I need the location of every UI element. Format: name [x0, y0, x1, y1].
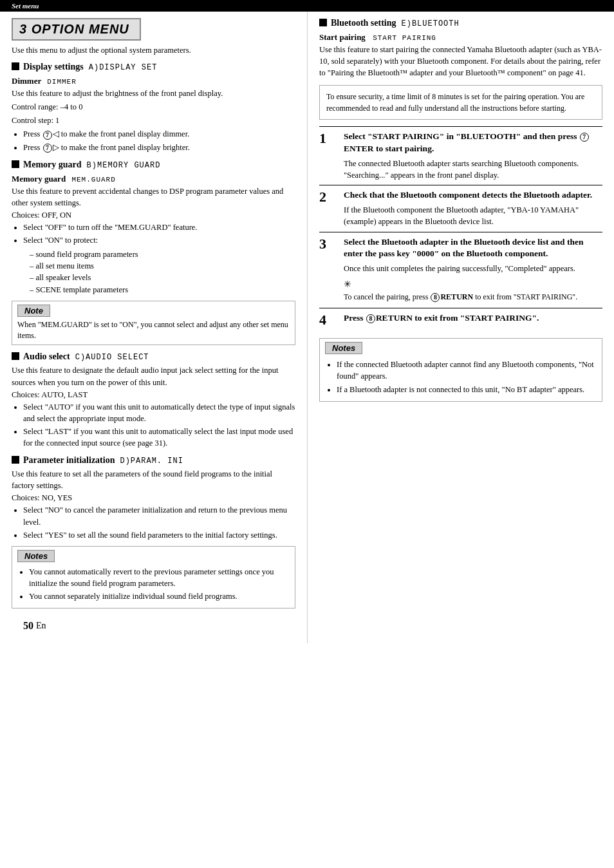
step-2-content: Check that the Bluetooth component detec…: [344, 189, 602, 227]
audio-select-heading: Audio select C)AUDIO SELECT: [12, 352, 295, 362]
param-init-notes: Notes You cannot automatically revert to…: [12, 546, 295, 609]
bluetooth-label: Bluetooth setting: [331, 18, 396, 28]
memory-guard-choices: Choices: OFF, ON: [12, 211, 295, 220]
list-item: Select "ON" to protect:: [23, 234, 295, 246]
list-item: all set menu items: [30, 260, 295, 272]
bullet-icon: [12, 62, 19, 70]
list-item: If the connected Bluetooth adapter canno…: [337, 359, 597, 382]
bullet-icon: [12, 352, 19, 360]
step-3-cancel: To cancel the pairing, press 8RETURN to …: [344, 292, 602, 303]
audio-select-label: Audio select: [23, 352, 70, 362]
list-item: Press 7▷ to make the front panel display…: [23, 142, 295, 153]
list-item: Select "NO" to cancel the parameter init…: [23, 504, 295, 527]
section-title: 3 OPTION MENU: [19, 22, 129, 36]
memory-guard-body: Use this feature to prevent accidental c…: [12, 185, 295, 209]
memory-guard-code: B)MEMORY GUARD: [87, 161, 161, 170]
list-item: You cannot separately initialize individ…: [29, 590, 290, 602]
dimmer-bullets: Press 7◁ to make the front panel display…: [23, 128, 295, 153]
circle-8: 8: [431, 293, 440, 302]
circle-8b: 8: [366, 314, 375, 323]
display-settings-label: Display settings: [23, 62, 84, 72]
bluetooth-heading: Bluetooth setting E)BLUETOOTH: [319, 18, 602, 28]
step-4: 4 Press 8RETURN to exit from "START PAIR…: [319, 308, 602, 332]
list-item: sound field program parameters: [30, 249, 295, 260]
step-2-title: Check that the Bluetooth component detec…: [344, 189, 602, 202]
dimmer-step: Control step: 1: [12, 115, 295, 126]
step-3: 3 Select the Bluetooth adapter in the Bl…: [319, 232, 602, 308]
banner-text: Set menu: [12, 2, 39, 10]
page-en: En: [36, 621, 46, 631]
right-column: Bluetooth setting E)BLUETOOTH Start pair…: [308, 12, 614, 643]
audio-select-code: C)AUDIO SELECT: [75, 353, 149, 362]
list-item: Select "YES" to set all the sound field …: [23, 529, 295, 541]
memory-guard-bullets: Select "OFF" to turn off the "MEM.GUARD"…: [23, 222, 295, 246]
audio-select-bullets: Select "AUTO" if you want this unit to a…: [23, 401, 295, 449]
notes-label: Notes: [325, 342, 362, 354]
step-number-1: 1: [319, 131, 339, 146]
circle-7: 7: [43, 131, 52, 140]
param-init-code: D)PARAM. INI: [120, 457, 183, 466]
step-number-4: 4: [319, 312, 339, 328]
bullet-icon: [319, 19, 327, 26]
page-footer: 50 En: [12, 615, 295, 637]
circle-7: 7: [580, 133, 589, 142]
left-column: 3 OPTION MENU Display settings Use this …: [0, 12, 308, 643]
bullet-icon: [12, 456, 19, 464]
notes-label: Notes: [17, 550, 55, 562]
list-item: Select "LAST" if you want this unit to a…: [23, 426, 295, 449]
list-item: Select "OFF" to turn off the "MEM.GUARD"…: [23, 222, 295, 233]
memory-guard-note: Note When "MEM.GUARD" is set to "ON", yo…: [12, 301, 295, 346]
step-3-sub: ✳: [344, 278, 602, 291]
start-pairing-body: Use this feature to start pairing the co…: [319, 44, 602, 79]
step-1-title: Select "START PAIRING" in "BLUETOOTH" an…: [344, 131, 602, 155]
step-number-2: 2: [319, 189, 339, 205]
bluetooth-code: E)BLUETOOTH: [402, 19, 460, 28]
page: Set menu 3 OPTION MENU Display settings …: [0, 0, 614, 868]
step-2-body: If the Bluetooth component the Bluetooth…: [344, 204, 602, 227]
list-item: all speaker levels: [30, 272, 295, 283]
bullet-icon: [12, 160, 19, 168]
memory-guard-heading: Memory guard B)MEMORY GUARD: [12, 160, 295, 170]
param-init-bullets: Select "NO" to cancel the parameter init…: [23, 504, 295, 540]
dimmer-range: Control range: –4 to 0: [12, 101, 295, 113]
bluetooth-notes: Notes If the connected Bluetooth adapter…: [319, 338, 602, 401]
intro-paragraph: Use this menu to adjust the optional sys…: [12, 46, 295, 55]
step-1-content: Select "START PAIRING" in "BLUETOOTH" an…: [344, 131, 602, 181]
step-1: 1 Select "START PAIRING" in "BLUETOOTH" …: [319, 126, 602, 185]
info-text: To ensure security, a time limit of 8 mi…: [326, 92, 584, 113]
circle-7b: 7: [43, 144, 52, 153]
bluetooth-notes-list: If the connected Bluetooth adapter canno…: [337, 359, 597, 395]
step-3-body: Once this unit completes the pairing suc…: [344, 263, 602, 274]
display-settings-heading: Display settings A)DISPLAY SET: [12, 62, 295, 72]
param-init-choices: Choices: NO, YES: [12, 493, 295, 503]
page-number: 50: [23, 620, 33, 632]
param-init-note-list: You cannot automatically revert to the p…: [29, 566, 290, 602]
step-number-3: 3: [319, 236, 339, 252]
step-2: 2 Check that the Bluetooth component det…: [319, 185, 602, 231]
audio-select-choices: Choices: AUTO, LAST: [12, 390, 295, 400]
note-text: When "MEM.GUARD" is set to "ON", you can…: [17, 319, 290, 342]
step-3-title: Select the Bluetooth adapter in the Blue…: [344, 236, 602, 261]
list-item: Press 7◁ to make the front panel display…: [23, 128, 295, 140]
step-3-content: Select the Bluetooth adapter in the Blue…: [344, 236, 602, 305]
audio-select-body: Use this feature to designate the defaul…: [12, 364, 295, 388]
dimmer-subheading: Dimmer DIMMER: [12, 76, 295, 86]
display-settings-code: A)DISPLAY SET: [89, 63, 158, 72]
list-item: You cannot automatically revert to the p…: [29, 566, 290, 589]
start-pairing-subheading: Start pairing START PAIRING: [319, 32, 602, 42]
step-4-content: Press 8RETURN to exit from "START PAIRIN…: [344, 312, 602, 327]
param-init-label: Parameter initialization: [23, 455, 115, 466]
memory-guard-subheading: Memory guard MEM.GUARD: [12, 174, 295, 184]
section-title-box: 3 OPTION MENU: [12, 18, 141, 41]
dimmer-body: Use this feature to adjust the brightnes…: [12, 88, 295, 99]
list-item: Select "AUTO" if you want this unit to a…: [23, 401, 295, 424]
step-4-title: Press 8RETURN to exit from "START PAIRIN…: [344, 312, 602, 325]
list-item: SCENE template parameters: [30, 284, 295, 296]
step-1-body: The connected Bluetooth adapter starts s…: [344, 158, 602, 181]
param-init-body: Use this feature to set all the paramete…: [12, 468, 295, 491]
param-init-heading: Parameter initialization D)PARAM. INI: [12, 455, 295, 466]
list-item: If a Bluetooth adapter is not connected …: [337, 384, 597, 395]
memory-guard-dashes: sound field program parameters all set m…: [30, 249, 295, 296]
sun-icon: ✳: [344, 279, 351, 289]
memory-guard-label: Memory guard: [23, 160, 82, 170]
